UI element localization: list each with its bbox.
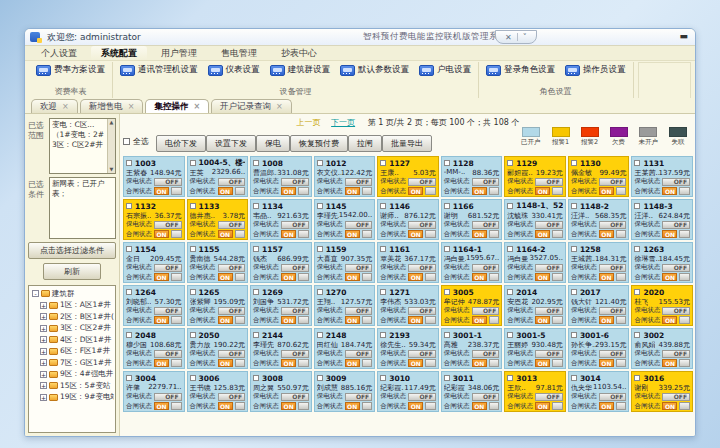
tree-expand-icon[interactable]: + (40, 348, 47, 355)
meter-card[interactable]: 2148田红仙184.74元保电状态OFF合闸状态ON (314, 328, 376, 369)
toolbar-button-设置下发[interactable]: 设置下发 (206, 135, 256, 152)
minimize-button[interactable]: ▬ (679, 31, 688, 41)
card-checkbox[interactable] (126, 246, 132, 252)
switch-status-toggle[interactable]: ON (408, 316, 423, 324)
meter-card[interactable]: 3001-1高雅238.37元保电状态OFF合闸状态ON (441, 328, 503, 369)
keep-status-toggle[interactable]: OFF (472, 350, 500, 358)
keep-status-toggle[interactable]: OFF (281, 350, 309, 358)
card-checkbox[interactable] (253, 246, 259, 252)
switch-status-toggle[interactable]: ON (154, 187, 169, 195)
card-checkbox[interactable] (634, 289, 640, 295)
card-checkbox[interactable] (190, 375, 196, 381)
card-checkbox[interactable] (507, 160, 513, 166)
meter-card[interactable]: 1012衣文仪..122.42元保电状态OFF合闸状态ON (314, 156, 376, 197)
keep-status-toggle[interactable]: OFF (535, 221, 563, 229)
meter-card[interactable]: 1148-1、522沈毓珠330.41元保电状态OFF合闸状态ON (504, 199, 566, 240)
tree-item[interactable]: +2区：B区1#井(B区1#... (32, 311, 114, 323)
switch-status-toggle[interactable]: ON (662, 359, 677, 367)
meter-card[interactable]: 3001-6孙长争..293.15元保电状态OFF合闸状态ON (568, 328, 630, 369)
meter-card[interactable]: 1003王紫春148.94元保电状态OFF合闸状态ON (123, 156, 185, 197)
keep-status-toggle[interactable]: OFF (218, 178, 246, 186)
meter-card[interactable]: 2048穆少国108.68元保电状态OFF合闸状态ON (123, 328, 185, 369)
keep-status-toggle[interactable]: OFF (281, 178, 309, 186)
ribbon-button-操作员设置[interactable]: 操作员设置 (565, 64, 626, 76)
ribbon-button-户电设置[interactable]: 户电设置 (419, 64, 471, 76)
keep-status-toggle[interactable]: OFF (218, 221, 246, 229)
keep-status-toggle[interactable]: OFF (599, 264, 627, 272)
meter-card[interactable]: 1146谢师..876.12元保电状态OFF合闸状态ON (377, 199, 439, 240)
switch-status-toggle[interactable]: ON (535, 316, 550, 324)
card-checkbox[interactable] (126, 160, 132, 166)
meter-card[interactable]: 1129郦妲霞..19.23元保电状态OFF合闸状态ON (504, 156, 566, 197)
keep-status-toggle[interactable]: OFF (662, 393, 690, 401)
keep-status-toggle[interactable]: OFF (599, 221, 627, 229)
card-checkbox[interactable] (126, 375, 132, 381)
card-checkbox[interactable] (190, 203, 196, 209)
ribbon-button-登录角色设置[interactable]: 登录角色设置 (486, 64, 555, 76)
keep-status-toggle[interactable]: OFF (281, 221, 309, 229)
keep-status-toggle[interactable]: OFF (345, 221, 373, 229)
meter-card[interactable]: 3013王欣..97.81元保电状态OFF合闸状态ON (504, 371, 566, 412)
meter-card[interactable]: 2014安恩花202.95元保电状态OFF合闸状态ON (504, 285, 566, 326)
keep-status-toggle[interactable]: OFF (281, 264, 309, 272)
card-checkbox[interactable] (571, 203, 577, 209)
keep-status-toggle[interactable]: OFF (154, 350, 182, 358)
switch-status-toggle[interactable]: ON (662, 402, 677, 410)
card-checkbox[interactable] (253, 375, 259, 381)
keep-status-toggle[interactable]: OFF (218, 393, 246, 401)
switch-status-toggle[interactable]: ON (472, 359, 487, 367)
meter-card[interactable]: 1132石宗振..36.37元保电状态OFF合闸状态ON (123, 199, 185, 240)
switch-status-toggle[interactable]: ON (535, 230, 550, 238)
meter-card[interactable]: 3014仇夹华1103.54..保电状态OFF合闸状态ON (568, 371, 630, 412)
switch-status-toggle[interactable]: ON (472, 402, 487, 410)
switch-status-toggle[interactable]: ON (662, 316, 677, 324)
scroll-down-icon[interactable]: ▼ (110, 166, 114, 173)
tree-expand-icon[interactable]: + (40, 302, 47, 309)
keep-status-toggle[interactable]: OFF (662, 264, 690, 272)
next-page-link[interactable]: 下一页 (331, 118, 355, 127)
ribbon-button-默认参数设置[interactable]: 默认参数设置 (340, 64, 409, 76)
switch-status-toggle[interactable]: ON (218, 187, 233, 195)
switch-status-toggle[interactable]: ON (345, 359, 360, 367)
keep-status-toggle[interactable]: OFF (345, 393, 373, 401)
keep-status-toggle[interactable]: OFF (408, 264, 436, 272)
switch-status-toggle[interactable]: ON (345, 402, 360, 410)
meter-card[interactable]: 1164-1冯白曼..1595.67..保电状态OFF合闸状态ON (441, 242, 503, 283)
tree-item[interactable]: +9区：4#强电井（4#强... (32, 369, 114, 381)
switch-status-toggle[interactable]: ON (281, 402, 296, 410)
tree-collapse-icon[interactable]: - (32, 290, 39, 297)
keep-status-toggle[interactable]: OFF (408, 350, 436, 358)
meter-card[interactable]: 1269刘国争531.72元保电状态OFF合闸状态ON (250, 285, 312, 326)
tree-item[interactable]: +6区：F区1#井（F区1#... (32, 346, 114, 358)
card-checkbox[interactable] (507, 289, 513, 295)
card-checkbox[interactable] (317, 246, 323, 252)
card-checkbox[interactable] (126, 203, 132, 209)
card-checkbox[interactable] (444, 203, 450, 209)
card-checkbox[interactable] (380, 332, 386, 338)
card-checkbox[interactable] (380, 160, 386, 166)
keep-status-toggle[interactable]: OFF (472, 221, 500, 229)
switch-status-toggle[interactable]: ON (408, 187, 423, 195)
meter-card[interactable]: 3008周之翼550.97元保电状态OFF合闸状态ON (250, 371, 312, 412)
switch-status-toggle[interactable]: ON (408, 230, 423, 238)
switch-status-toggle[interactable]: ON (599, 273, 614, 281)
meter-card[interactable]: 1264刘晓郁..57.30元保电状态OFF合闸状态ON (123, 285, 185, 326)
meter-card[interactable]: 1155贵南德544.28元保电状态OFF合闸状态ON (187, 242, 249, 283)
meter-card[interactable]: 1128-MM-..88.36元保电状态OFF合闸状态ON (441, 156, 503, 197)
keep-status-toggle[interactable]: OFF (472, 307, 500, 315)
switch-status-toggle[interactable]: ON (535, 402, 550, 410)
doc-tab-开户记录查询[interactable]: 开户记录查询× (211, 99, 292, 113)
keep-status-toggle[interactable]: OFF (408, 221, 436, 229)
switch-status-toggle[interactable]: ON (535, 359, 550, 367)
card-checkbox[interactable] (380, 375, 386, 381)
card-checkbox[interactable] (571, 289, 577, 295)
switch-status-toggle[interactable]: ON (535, 187, 550, 195)
doc-tab-欢迎[interactable]: 欢迎× (31, 99, 78, 113)
card-checkbox[interactable] (253, 203, 259, 209)
card-checkbox[interactable] (507, 203, 513, 209)
keep-status-toggle[interactable]: OFF (472, 393, 500, 401)
card-checkbox[interactable] (317, 332, 323, 338)
meter-card[interactable]: 1134韦晶..921.63元保电状态OFF合闸状态ON (250, 199, 312, 240)
keep-status-toggle[interactable]: OFF (662, 178, 690, 186)
keep-status-toggle[interactable]: OFF (535, 307, 563, 315)
